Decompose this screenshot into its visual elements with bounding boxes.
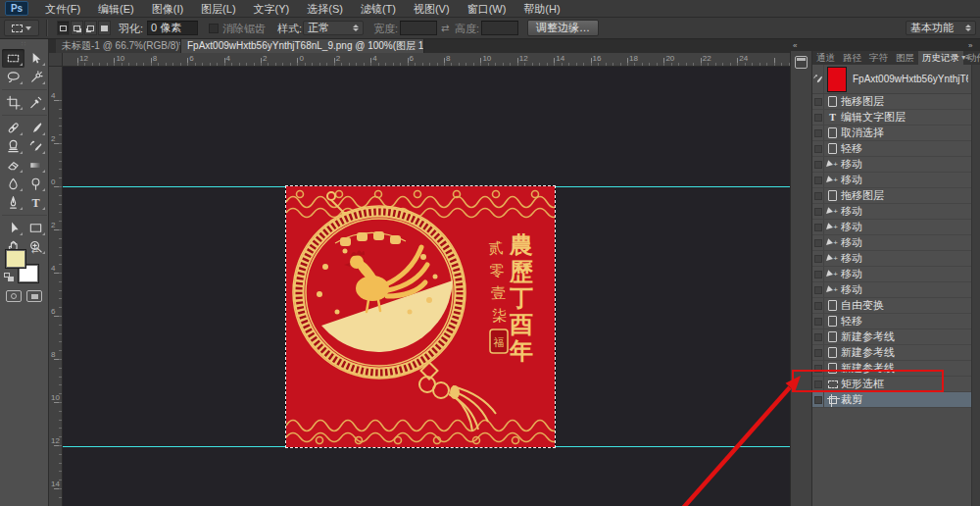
ruler-corner[interactable] xyxy=(49,53,63,67)
history-source-well[interactable] xyxy=(812,188,824,203)
history-source-well[interactable] xyxy=(812,267,824,281)
swap-colors-icon[interactable]: ⇄ xyxy=(31,245,39,255)
style-dropdown[interactable]: 正常 xyxy=(303,21,364,35)
tool-clone-stamp[interactable] xyxy=(2,137,24,156)
menu-item[interactable]: 窗口(W) xyxy=(459,0,515,18)
menu-item[interactable]: 滤镜(T) xyxy=(352,0,405,18)
document-tab-untitled[interactable]: 未标题-1 @ 66.7%(RGB/8)* × xyxy=(56,39,181,53)
panel-tab[interactable]: 图层 xyxy=(892,51,918,65)
horizontal-ruler[interactable]: 12108642024681012141618202224 xyxy=(63,53,790,67)
tool-spot-healing[interactable] xyxy=(2,119,24,137)
history-source-well[interactable] xyxy=(812,392,824,407)
menu-item[interactable]: 选择(S) xyxy=(298,0,352,18)
menu-item[interactable]: 图像(I) xyxy=(143,0,192,18)
workspace-dropdown[interactable]: 基本功能 xyxy=(906,21,976,35)
history-row[interactable]: 拖移图层 xyxy=(812,188,972,204)
history-source-well[interactable] xyxy=(812,298,824,313)
history-row[interactable]: 自由变换 xyxy=(812,298,972,314)
tool-rectangle[interactable] xyxy=(24,219,47,237)
history-source-well[interactable] xyxy=(812,157,824,172)
history-row[interactable]: 新建参考线 xyxy=(812,329,972,345)
history-row[interactable]: 移动 xyxy=(812,235,972,251)
history-row[interactable]: 取消选择 xyxy=(812,126,972,141)
antialias-checkbox[interactable] xyxy=(209,24,219,33)
collapse-dock-icon[interactable]: « xyxy=(793,41,796,50)
expand-dock-icon[interactable]: » xyxy=(968,41,971,50)
document-tab-png[interactable]: FpAxt009wHxtb56yYnthjT68nL_9.png @ 100%(… xyxy=(181,39,424,53)
default-colors-icon[interactable] xyxy=(4,273,15,282)
history-snapshot-row[interactable]: FpAxt009wHxtb56yYnthjT68nL… xyxy=(812,65,972,94)
tool-eyedropper[interactable] xyxy=(24,93,47,112)
tool-preset-dropdown[interactable] xyxy=(4,20,39,36)
dock-grip[interactable]: ∷ xyxy=(0,40,48,48)
menu-item[interactable]: 图层(L) xyxy=(192,0,244,18)
tool-quick-selection[interactable] xyxy=(24,68,47,86)
add-selection-button[interactable] xyxy=(71,21,83,35)
history-source-well[interactable] xyxy=(812,282,824,297)
tool-gradient[interactable] xyxy=(24,156,47,175)
width-input[interactable] xyxy=(400,21,437,35)
tool-brush[interactable] xyxy=(24,119,47,137)
history-row[interactable]: 移动 xyxy=(812,173,972,188)
tool-pen[interactable] xyxy=(2,193,24,212)
tool-blur[interactable] xyxy=(2,175,24,193)
history-source-well[interactable] xyxy=(812,235,824,250)
swap-dimensions-icon[interactable]: ⇄ xyxy=(441,18,449,39)
history-source-well[interactable] xyxy=(812,251,824,266)
history-row[interactable]: 移动 xyxy=(812,204,972,220)
menu-item[interactable]: 视图(V) xyxy=(405,0,459,18)
history-source-well[interactable] xyxy=(812,220,824,234)
history-source-well[interactable] xyxy=(812,65,824,93)
tool-dodge[interactable] xyxy=(24,175,47,193)
quick-mask-button[interactable] xyxy=(6,290,22,302)
history-row[interactable]: T编辑文字图层 xyxy=(812,110,972,126)
history-source-well[interactable] xyxy=(812,173,824,187)
tool-eraser[interactable] xyxy=(2,156,24,175)
menu-item[interactable]: 文件(F) xyxy=(36,0,89,18)
panel-menu-icon[interactable]: ▾≡ xyxy=(961,53,970,62)
history-row[interactable]: 移动 xyxy=(812,267,972,282)
panel-tab[interactable]: 路径 xyxy=(839,51,865,65)
history-row[interactable]: 拖移图层 xyxy=(812,94,972,110)
feather-input[interactable] xyxy=(147,21,198,35)
tool-history-brush[interactable] xyxy=(24,137,47,156)
menu-item[interactable]: 文字(Y) xyxy=(245,0,299,18)
history-source-well[interactable] xyxy=(812,314,824,329)
tool-lasso[interactable] xyxy=(2,68,24,86)
panel-scrollbar[interactable] xyxy=(971,65,980,506)
menu-item[interactable]: 编辑(E) xyxy=(89,0,143,18)
history-row[interactable]: 移动 xyxy=(812,220,972,235)
tool-path-selection[interactable] xyxy=(2,219,24,237)
subtract-selection-button[interactable] xyxy=(84,21,97,35)
panel-tab[interactable]: 历史记录 xyxy=(918,51,963,65)
history-source-well[interactable] xyxy=(812,110,824,125)
history-row[interactable]: 轻移 xyxy=(812,314,972,329)
history-row[interactable]: 轻移 xyxy=(812,141,972,157)
panel-tab[interactable]: 字符 xyxy=(865,51,892,65)
height-input[interactable] xyxy=(481,21,518,35)
foreground-color-swatch[interactable] xyxy=(5,249,26,269)
history-row[interactable]: 移动 xyxy=(812,282,972,298)
vertical-ruler[interactable]: 4202468101214 xyxy=(49,67,63,506)
tool-rectangular-marquee[interactable] xyxy=(2,49,24,68)
history-source-well[interactable] xyxy=(812,329,824,344)
history-source-well[interactable] xyxy=(812,204,824,219)
history-source-well[interactable] xyxy=(812,94,824,109)
history-row[interactable]: 移动 xyxy=(812,157,972,173)
history-row[interactable]: 新建参考线 xyxy=(812,345,972,361)
history-source-well[interactable] xyxy=(812,141,824,156)
new-selection-button[interactable] xyxy=(57,21,70,35)
refine-edge-button[interactable]: 调整边缘… xyxy=(527,20,599,36)
menu-item[interactable]: 帮助(H) xyxy=(514,0,568,18)
history-source-well[interactable] xyxy=(812,345,824,360)
tool-type[interactable]: T xyxy=(24,193,47,212)
screen-mode-button[interactable] xyxy=(26,290,42,302)
collapsed-panel-icon[interactable] xyxy=(795,56,808,69)
history-row[interactable]: 裁剪 xyxy=(812,392,972,408)
tool-move[interactable] xyxy=(24,49,47,68)
document-image[interactable]: 農 歷 丁 酉 年 贰 零 壹 柒 福 xyxy=(286,186,555,447)
intersect-selection-button[interactable] xyxy=(98,21,111,35)
panel-tab[interactable]: 通道 xyxy=(812,51,839,65)
tool-crop[interactable] xyxy=(2,93,24,112)
history-source-well[interactable] xyxy=(812,126,824,140)
